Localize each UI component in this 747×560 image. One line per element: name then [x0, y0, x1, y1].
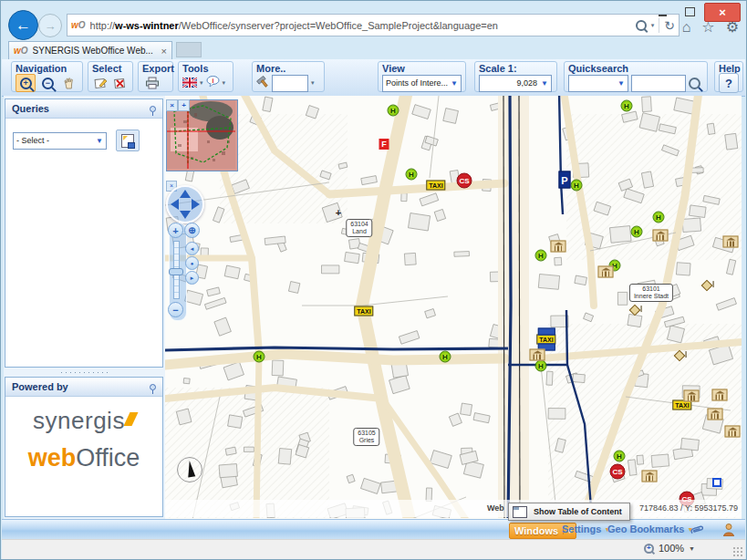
scale-input[interactable]: 9,028▼: [479, 75, 552, 92]
map-marker-taxi-stack[interactable]: TAXI: [536, 335, 555, 345]
map-marker-taxi[interactable]: TAXI: [426, 181, 445, 191]
browser-zoom-control[interactable]: + 100% ▼: [644, 543, 695, 554]
search-icon[interactable]: [636, 20, 647, 31]
map-marker-h[interactable]: H: [653, 212, 665, 223]
pin-icon[interactable]: [150, 106, 156, 112]
browser-tab[interactable]: wO SYNERGIS WebOffice Web... ×: [8, 41, 172, 59]
info-dropdown-icon[interactable]: ▾: [223, 79, 226, 87]
map-marker-museum[interactable]: [653, 230, 669, 242]
map-marker-h[interactable]: H: [254, 351, 265, 363]
pan-down-icon[interactable]: [180, 211, 191, 219]
new-tab-button[interactable]: [176, 42, 202, 57]
map-navigation-widget: × + ⊕ ◄ ● ► −: [166, 181, 202, 319]
map-marker-h[interactable]: H: [621, 100, 633, 112]
map-marker-f[interactable]: F: [379, 139, 389, 150]
map-marker-h[interactable]: H: [535, 250, 547, 262]
map-marker-plus[interactable]: +: [336, 207, 341, 218]
map-marker-h[interactable]: H: [388, 105, 399, 117]
user-profile-button[interactable]: [722, 523, 735, 536]
settings-menu-button[interactable]: Settings▼: [562, 524, 610, 534]
language-flag-button[interactable]: [182, 75, 197, 91]
toolbar-group-more: More.. ▾: [252, 61, 325, 92]
center-button[interactable]: ●: [185, 256, 199, 270]
select-draw-button[interactable]: [92, 75, 109, 91]
map-marker-taxi[interactable]: TAXI: [354, 306, 373, 316]
map-marker-museum[interactable]: [723, 236, 739, 248]
url-text[interactable]: http://w-ws-wintner/WebOffice/synserver?…: [90, 20, 632, 31]
panel-splitter[interactable]: [4, 368, 165, 376]
more-dropdown-icon[interactable]: ▾: [311, 79, 315, 87]
address-bar[interactable]: wO http://w-ws-wintner/WebOffice/synserv…: [67, 14, 680, 36]
map-marker-h[interactable]: H: [535, 360, 547, 372]
pan-button[interactable]: [60, 75, 78, 91]
pan-up-icon[interactable]: [180, 190, 191, 198]
map-marker-h[interactable]: H: [631, 226, 643, 238]
print-button[interactable]: [142, 75, 162, 91]
map-marker-h[interactable]: H: [406, 169, 418, 181]
attachment-button[interactable]: [690, 522, 703, 537]
map-marker-museum[interactable]: [551, 241, 566, 253]
map-marker-bluesq[interactable]: [712, 478, 721, 487]
queries-panel-header[interactable]: Queries: [5, 99, 162, 119]
quicksearch-input[interactable]: [631, 75, 686, 92]
map-marker-diamond[interactable]: [629, 305, 641, 316]
show-toc-label: Show Table of Content: [534, 507, 622, 516]
resize-grip[interactable]: [732, 546, 743, 557]
tab-close-icon[interactable]: ×: [161, 46, 167, 57]
pan-compass[interactable]: [166, 185, 204, 223]
info-balloon-button[interactable]: i: [206, 75, 220, 91]
map-viewport[interactable]: HHHHHHHHHHHHTAXITAXITAXITAXICSCSCSFP+631…: [165, 96, 742, 519]
map-marker-museum[interactable]: [684, 390, 700, 402]
query-form-button[interactable]: [116, 130, 140, 151]
zoom-in-map-button[interactable]: +: [168, 223, 183, 238]
geo-bookmarks-menu-button[interactable]: Geo Bookmarks▼: [607, 524, 693, 534]
pan-left-icon[interactable]: [171, 199, 179, 210]
overview-map[interactable]: × +: [166, 99, 238, 171]
zoom-slider-handle[interactable]: [169, 268, 183, 275]
select-clear-button[interactable]: [112, 75, 130, 91]
minimize-button[interactable]: [649, 3, 675, 20]
search-dropdown-icon[interactable]: ▾: [651, 22, 655, 29]
map-marker-museum[interactable]: [642, 471, 658, 482]
back-button[interactable]: ←: [8, 10, 38, 40]
map-marker-h[interactable]: H: [440, 351, 451, 363]
previous-extent-button[interactable]: ◄: [185, 242, 199, 255]
overview-close-icon[interactable]: ×: [166, 99, 178, 111]
close-button[interactable]: ×: [704, 3, 741, 22]
queries-select[interactable]: - Select -▼: [13, 132, 107, 150]
next-extent-button[interactable]: ►: [185, 271, 199, 285]
forward-button[interactable]: →: [38, 14, 62, 37]
map-marker-museum[interactable]: [530, 349, 545, 361]
map-marker-diamond[interactable]: [674, 350, 686, 362]
quicksearch-select[interactable]: ▼: [568, 75, 628, 92]
full-extent-button[interactable]: ⊕: [184, 223, 200, 238]
zoom-out-map-button[interactable]: −: [168, 302, 183, 317]
powered-by-header[interactable]: Powered by: [5, 378, 162, 397]
zoom-dropdown-icon[interactable]: ▼: [689, 545, 695, 552]
map-marker-museum[interactable]: [708, 409, 723, 420]
map-marker-h[interactable]: H: [571, 180, 583, 192]
help-button[interactable]: ?: [719, 73, 739, 93]
pin-icon[interactable]: [150, 384, 156, 390]
map-marker-museum[interactable]: [725, 426, 741, 438]
quicksearch-go-icon[interactable]: [689, 78, 700, 89]
maximize-button[interactable]: [677, 3, 702, 20]
app-footer: Windows ▼ Settings▼ Geo Bookmarks▼: [2, 519, 745, 540]
show-toc-menu-item[interactable]: Show Table of Content: [508, 503, 630, 521]
map-marker-museum[interactable]: [712, 389, 728, 401]
map-marker-north[interactable]: [177, 457, 202, 482]
map-marker-cs[interactable]: CS: [610, 464, 626, 480]
pan-right-icon[interactable]: [192, 199, 200, 210]
more-tools-select[interactable]: [272, 75, 308, 92]
map-marker-cs[interactable]: CS: [457, 173, 472, 189]
zoom-in-button[interactable]: +: [16, 74, 36, 92]
view-select[interactable]: Points of Intere...▼: [382, 75, 462, 92]
toolbar-group-tools: Tools ▾ i ▾: [178, 61, 233, 92]
map-marker-p[interactable]: P: [559, 171, 571, 189]
language-dropdown-icon[interactable]: ▾: [200, 79, 203, 87]
overview-move-icon[interactable]: +: [178, 99, 190, 111]
map-marker-diamond[interactable]: [701, 280, 713, 292]
map-marker-h[interactable]: H: [614, 451, 626, 462]
zoom-out-button[interactable]: −: [38, 75, 57, 91]
map-marker-museum[interactable]: [598, 266, 614, 278]
